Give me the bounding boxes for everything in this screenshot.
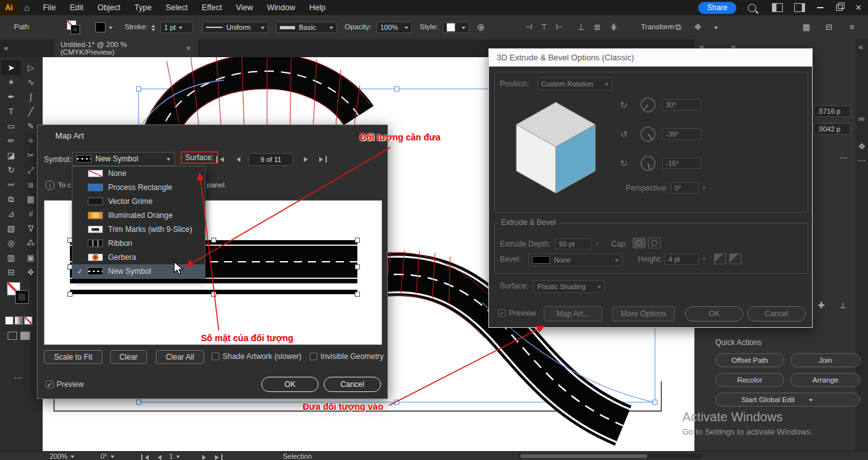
brush-dropdown[interactable]: Basic xyxy=(276,22,337,33)
draw-normal-icon[interactable] xyxy=(8,332,17,340)
strip-more-icon[interactable]: ⋯ xyxy=(857,156,865,165)
tool-type[interactable]: T xyxy=(1,104,21,119)
recolor-button[interactable]: Recolor xyxy=(715,373,784,387)
tool-shape-builder[interactable]: ⧉ xyxy=(1,192,21,206)
symbol-option-none[interactable]: None xyxy=(72,166,205,180)
share-button[interactable]: Share xyxy=(698,2,736,14)
symbol-option-gerbera[interactable]: Gerbera xyxy=(72,250,205,264)
strip-collapse-icon[interactable]: « xyxy=(858,43,863,51)
tool-blend[interactable]: ◎ xyxy=(1,236,21,250)
tool-magic-wand[interactable]: ✶ xyxy=(1,75,21,90)
surface-prev-button[interactable] xyxy=(234,155,240,164)
offset-path-button[interactable]: Offset Path xyxy=(715,353,784,367)
home-icon[interactable]: ⌂ xyxy=(18,3,36,13)
tool-width[interactable]: ⇿ xyxy=(1,177,21,192)
artboard-number-field[interactable]: 1 xyxy=(169,452,180,460)
distribute-center-icon[interactable]: ≣ xyxy=(594,23,601,31)
transform-label[interactable]: Transform xyxy=(641,23,674,30)
opacity-field[interactable]: 100% xyxy=(376,22,412,33)
surface-first-button[interactable] xyxy=(216,155,224,164)
symbol-option-vector-grime[interactable]: Vector Grime xyxy=(72,194,205,208)
tool-lasso[interactable]: ∿ xyxy=(21,75,41,90)
distribute-bottom-icon[interactable]: ⋕ xyxy=(610,23,617,31)
symbol-option-trim-marks[interactable]: Trim Marks (with 9-Slice) xyxy=(72,222,205,236)
style-dropdown[interactable] xyxy=(443,22,469,33)
restore-button[interactable] xyxy=(830,0,849,15)
next-artboard-button[interactable] xyxy=(202,453,209,460)
stroke-stepper[interactable] xyxy=(151,23,155,33)
transform-panel-icon[interactable]: ✥ xyxy=(858,142,865,151)
menu-file[interactable]: File xyxy=(36,0,62,15)
cancel-button[interactable]: Cancel xyxy=(324,377,381,392)
menu-effect[interactable]: Effect xyxy=(195,0,229,15)
transform-more-icon[interactable]: ⋯ xyxy=(839,154,848,162)
last-artboard-button[interactable] xyxy=(215,453,223,460)
symbol-option-new-symbol[interactable]: ✓New Symbol xyxy=(72,264,205,278)
prev-artboard-button[interactable] xyxy=(155,453,162,460)
ok-button[interactable]: OK xyxy=(261,377,319,392)
close-button[interactable]: ✕ xyxy=(849,0,868,15)
join-button[interactable]: Join xyxy=(790,353,860,367)
menu-view[interactable]: View xyxy=(229,0,260,15)
align-center-icon[interactable]: ⊤ xyxy=(541,23,548,31)
panel-menu-icon[interactable]: ≡ xyxy=(850,23,855,31)
tool-selection[interactable]: ➤ xyxy=(1,60,21,75)
document-setup-icon[interactable]: ⊕ xyxy=(477,22,485,32)
clear-button[interactable]: Clear xyxy=(110,350,147,364)
symbol-option-illuminated-orange[interactable]: Illuminated Orange xyxy=(72,208,205,222)
pathfinder-icon[interactable]: ⧉ xyxy=(675,23,681,31)
pathfinder-minus-icon[interactable]: ⊥ xyxy=(839,301,846,309)
workspace-icon[interactable] xyxy=(772,3,783,12)
first-artboard-button[interactable] xyxy=(141,453,149,460)
rotation-dropdown[interactable]: 0° xyxy=(100,452,114,460)
symbol-dropdown[interactable]: New Symbol xyxy=(72,152,175,166)
stroke-weight-field[interactable]: 1 pt xyxy=(160,22,193,33)
more-tools-caret[interactable] xyxy=(714,27,718,31)
clear-all-button[interactable]: Clear All xyxy=(156,350,204,364)
tool-pen[interactable]: ✒ xyxy=(1,90,21,104)
align-left-icon[interactable]: ⊣ xyxy=(525,23,532,31)
symbol-option-process-rectangle[interactable]: Process Rectangle xyxy=(72,180,205,194)
horizontal-scrollbar-thumb[interactable] xyxy=(520,454,647,458)
surface-last-button[interactable] xyxy=(319,155,327,164)
zoom-level-dropdown[interactable]: 200% xyxy=(50,452,74,460)
transform-h-field[interactable]: .9042 p xyxy=(814,123,851,135)
gradient-mode-icon[interactable] xyxy=(15,316,23,325)
pathfinder-add-icon[interactable]: ✚ xyxy=(818,301,825,309)
shade-artwork-checkbox[interactable] xyxy=(212,353,219,360)
tool-perspective-grid[interactable]: ⊿ xyxy=(1,206,21,221)
edit-toolbar-icon[interactable]: ⋯ xyxy=(14,374,22,382)
tab-close-icon[interactable]: ✕ xyxy=(186,44,191,53)
tool-pencil[interactable]: ✏ xyxy=(1,133,21,148)
menu-type[interactable]: Type xyxy=(127,0,158,15)
grid-icon[interactable]: ▦ xyxy=(803,23,810,31)
symbol-option-ribbon[interactable]: Ribbon xyxy=(72,236,205,250)
toolbar-collapse-icon[interactable]: « xyxy=(4,44,8,52)
shape-mode-icon[interactable]: ✥ xyxy=(694,23,701,31)
tool-curvature[interactable]: ∫ xyxy=(21,90,41,104)
start-global-edit-button[interactable]: Start Global Edit xyxy=(715,393,860,407)
link-icon[interactable]: ∞ xyxy=(858,114,864,123)
stroke-color-swatch[interactable] xyxy=(16,291,28,303)
tool-eraser[interactable]: ◪ xyxy=(1,148,21,163)
surface-next-button[interactable] xyxy=(304,155,310,164)
surface-number-field[interactable]: 9 of 11 xyxy=(249,153,293,166)
global-edit-caret[interactable] xyxy=(809,399,813,403)
tool-rectangle[interactable]: ▭ xyxy=(1,119,21,133)
none-mode-icon[interactable] xyxy=(24,316,32,325)
tool-slice[interactable]: ⊟ xyxy=(1,265,21,280)
preview-checkbox[interactable]: ✓ xyxy=(46,381,53,388)
minimize-button[interactable] xyxy=(811,0,830,15)
search-icon[interactable] xyxy=(748,4,756,12)
document-tab[interactable]: Untitled-1* @ 200 % (CMYK/Preview) ✕ xyxy=(54,39,198,57)
menu-help[interactable]: Help xyxy=(302,0,333,15)
arrange-button[interactable]: Arrange xyxy=(790,373,860,387)
transform-w-field[interactable]: .5716 p xyxy=(814,105,851,117)
color-mode-icon[interactable] xyxy=(5,316,13,325)
stroke-profile-dropdown[interactable]: Uniform xyxy=(202,22,268,33)
menu-select[interactable]: Select xyxy=(158,0,195,15)
menu-window[interactable]: Window xyxy=(260,0,302,15)
panels-icon[interactable] xyxy=(794,3,805,12)
tool-direct-selection[interactable]: ▷ xyxy=(21,60,41,75)
align-top-icon[interactable]: ⊥ xyxy=(577,23,584,31)
